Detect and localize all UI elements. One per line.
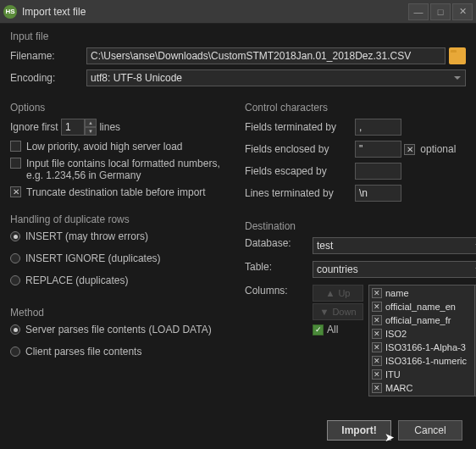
control-chars-label: Control characters [245,102,466,114]
maximize-button[interactable]: □ [430,3,451,20]
destination-label: Destination [245,220,476,232]
move-down-button[interactable]: ▼ Down [313,303,363,320]
app-icon: HS [3,5,17,19]
column-item[interactable]: official_name_fr [370,313,476,327]
table-dropdown[interactable]: countries [313,261,476,278]
fields-terminated-label: Fields terminated by [245,121,355,133]
column-checkbox[interactable] [372,383,382,393]
input-file-label: Input file [10,30,466,42]
column-checkbox[interactable] [372,302,382,312]
column-name: ISO2 [385,329,407,339]
radio-server-dot[interactable] [10,324,20,335]
control-chars-section: Control characters Fields terminated by … [245,102,466,207]
fields-escaped-label: Fields escaped by [245,165,355,177]
titlebar: HS Import text file — □ ✕ [0,0,476,24]
column-item[interactable]: official_name_en [370,300,476,313]
all-columns-toggle[interactable]: All [313,324,363,335]
column-checkbox[interactable] [372,369,382,380]
fields-enclosed-input[interactable] [355,141,401,158]
table-label: Table: [245,261,313,273]
column-checkbox[interactable] [372,315,382,325]
fields-escaped-input[interactable] [355,163,401,180]
filename-input[interactable] [86,47,446,64]
column-checkbox[interactable] [372,342,382,352]
radio-client[interactable]: Client parses file contents [10,346,231,358]
optional-checkbox[interactable] [404,144,415,155]
minimize-button[interactable]: — [408,3,429,20]
destination-section: Destination Database: test Table: countr… [245,220,476,403]
lines-terminated-label: Lines terminated by [245,187,355,199]
encoding-dropdown[interactable]: utf8: UTF-8 Unicode [86,69,466,86]
filename-label: Filename: [10,50,86,62]
radio-replace-dot[interactable] [10,275,20,285]
ignore-first-up[interactable]: ▲ [85,119,97,127]
column-item[interactable]: ISO3166-1-numeric [370,354,476,368]
radio-server[interactable]: Server parses file contents (LOAD DATA) [10,324,231,335]
database-label: Database: [245,237,313,249]
column-item[interactable]: ITU [370,368,476,381]
local-numbers-label[interactable]: Input file contains local formatted numb… [26,158,231,181]
import-button[interactable]: Import! [327,420,391,441]
low-priority-label[interactable]: Low priority, avoid high server load [26,141,183,152]
database-dropdown[interactable]: test [313,237,476,254]
down-icon: ▼ [319,307,329,317]
column-name: ISO3166-1-Alpha-3 [385,342,466,352]
cancel-button[interactable]: Cancel [398,420,462,441]
radio-client-dot[interactable] [10,346,20,357]
up-icon: ▲ [326,288,335,298]
radio-replace[interactable]: REPLACE (duplicates) [10,274,231,286]
radio-insert-ignore[interactable]: INSERT IGNORE (duplicates) [10,252,231,264]
fields-enclosed-label: Fields enclosed by [245,143,355,155]
move-up-button[interactable]: ▲ Up [313,285,363,302]
column-name: official_name_en [385,302,456,312]
column-name: ITU [385,369,401,380]
column-name: ISO3166-1-numeric [385,356,467,366]
duplicates-section: Handling of duplicate rows INSERT (may t… [10,213,231,297]
local-numbers-checkbox[interactable] [10,158,21,169]
radio-insert[interactable]: INSERT (may throw errors) [10,230,231,242]
method-label: Method [10,307,231,319]
radio-insert-dot[interactable] [10,231,20,241]
optional-label[interactable]: optional [420,143,456,155]
method-section: Method Server parses file contents (LOAD… [10,307,231,368]
fields-terminated-input[interactable] [355,119,401,136]
column-checkbox[interactable] [372,356,382,366]
column-name: name [385,288,409,298]
column-item[interactable]: ISO2 [370,327,476,341]
column-item[interactable]: MARC [370,381,476,395]
options-label: Options [10,102,231,114]
column-item[interactable]: name [370,286,476,300]
input-file-section: Input file Filename: Encoding: utf8: UTF… [10,30,466,91]
browse-button[interactable] [449,47,466,64]
encoding-label: Encoding: [10,72,86,84]
column-checkbox[interactable] [372,288,382,298]
truncate-label[interactable]: Truncate destination table before import [26,186,206,198]
lines-terminated-input[interactable] [355,185,401,202]
truncate-checkbox[interactable] [10,186,21,197]
columns-label: Columns: [245,285,313,297]
radio-insert-ignore-dot[interactable] [10,253,20,263]
close-button[interactable]: ✕ [452,3,473,20]
encoding-value: utf8: UTF-8 Unicode [91,72,182,84]
columns-listbox[interactable]: nameofficial_name_enofficial_name_frISO2… [368,285,476,396]
column-item[interactable]: ISO3166-1-Alpha-3 [370,341,476,354]
ignore-first-post: lines [99,121,120,133]
column-checkbox[interactable] [372,329,382,339]
low-priority-checkbox[interactable] [10,141,21,152]
window-title: Import text file [22,6,408,18]
options-section: Options Ignore first ▲ ▼ lines [10,102,231,203]
ignore-first-down[interactable]: ▼ [85,127,97,136]
ignore-first-input[interactable] [61,119,85,136]
ignore-first-pre: Ignore first [10,121,58,133]
column-name: official_name_fr [385,315,451,325]
duplicates-label: Handling of duplicate rows [10,213,231,225]
all-columns-checkbox[interactable] [313,324,324,335]
column-name: MARC [385,383,412,393]
